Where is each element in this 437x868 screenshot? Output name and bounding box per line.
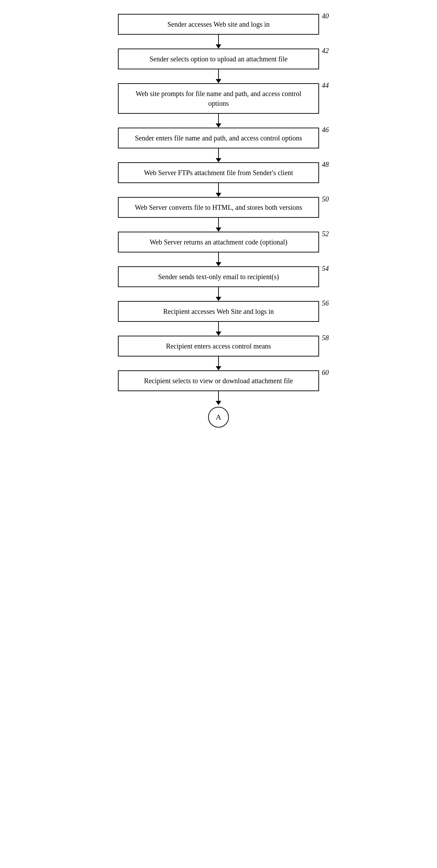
arrow-head-3 — [216, 123, 221, 128]
connector-a: A — [208, 407, 229, 428]
step-text-46: Sender enters file name and path, and ac… — [135, 134, 302, 142]
step-number-56: 56 — [322, 298, 329, 308]
arrow-line-7 — [218, 252, 219, 262]
arrow-line-4 — [218, 148, 219, 158]
step-number-40: 40 — [322, 11, 329, 21]
step-number-60: 60 — [322, 368, 329, 377]
arrow-4 — [216, 148, 221, 162]
step-number-52: 52 — [322, 229, 329, 239]
step-number-50: 50 — [322, 194, 329, 204]
arrow-3 — [216, 114, 221, 128]
step-box-52: Web Server returns an attachment code (o… — [118, 232, 319, 252]
step-box-56: Recipient accesses Web Site and logs in … — [118, 301, 319, 322]
connector-label: A — [216, 413, 221, 422]
step-box-40: Sender accesses Web site and logs in 40 — [118, 14, 319, 35]
flowchart: Sender accesses Web site and logs in 40 … — [97, 7, 340, 435]
step-box-48: Web Server FTPs attachment file from Sen… — [118, 162, 319, 183]
arrow-head-6 — [216, 227, 221, 232]
step-text-48: Web Server FTPs attachment file from Sen… — [144, 169, 293, 177]
arrow-head-5 — [216, 193, 221, 197]
step-text-44: Web site prompts for file name and path,… — [136, 90, 301, 107]
step-text-58: Recipient enters access control means — [166, 342, 271, 350]
step-box-42: Sender selects option to upload an attac… — [118, 49, 319, 69]
arrow-2 — [216, 69, 221, 83]
step-wrapper-48: Web Server FTPs attachment file from Sen… — [97, 162, 340, 183]
step-wrapper-54: Sender sends text-only email to recipien… — [97, 266, 340, 287]
step-number-42: 42 — [322, 46, 329, 55]
arrow-line-6 — [218, 218, 219, 227]
step-number-48: 48 — [322, 160, 329, 169]
step-wrapper-42: Sender selects option to upload an attac… — [97, 49, 340, 69]
step-box-60: Recipient selects to view or download at… — [118, 370, 319, 391]
step-number-46: 46 — [322, 125, 329, 135]
step-wrapper-50: Web Server converts file to HTML, and st… — [97, 197, 340, 218]
arrow-9 — [216, 322, 221, 336]
arrow-8 — [216, 287, 221, 301]
arrow-11 — [216, 391, 221, 405]
step-box-54: Sender sends text-only email to recipien… — [118, 266, 319, 287]
arrow-head-7 — [216, 262, 221, 266]
arrow-line-1 — [218, 35, 219, 44]
arrow-line-2 — [218, 69, 219, 79]
arrow-head-4 — [216, 158, 221, 162]
step-text-56: Recipient accesses Web Site and logs in — [163, 308, 274, 315]
arrow-10 — [216, 356, 221, 370]
step-number-58: 58 — [322, 333, 329, 343]
step-wrapper-44: Web site prompts for file name and path,… — [97, 83, 340, 114]
arrow-line-8 — [218, 287, 219, 297]
step-box-58: Recipient enters access control means 58 — [118, 336, 319, 356]
step-wrapper-46: Sender enters file name and path, and ac… — [97, 128, 340, 148]
arrow-line-11 — [218, 391, 219, 401]
arrow-head-10 — [216, 366, 221, 370]
step-wrapper-60: Recipient selects to view or download at… — [97, 370, 340, 391]
step-box-44: Web site prompts for file name and path,… — [118, 83, 319, 114]
step-wrapper-58: Recipient enters access control means 58 — [97, 336, 340, 356]
step-wrapper-52: Web Server returns an attachment code (o… — [97, 232, 340, 252]
step-text-54: Sender sends text-only email to recipien… — [158, 273, 279, 281]
arrow-head-8 — [216, 297, 221, 301]
step-wrapper-56: Recipient accesses Web Site and logs in … — [97, 301, 340, 322]
step-text-40: Sender accesses Web site and logs in — [168, 20, 270, 28]
step-text-52: Web Server returns an attachment code (o… — [149, 238, 287, 246]
step-number-44: 44 — [322, 80, 329, 90]
arrow-head-11 — [216, 401, 221, 405]
step-text-50: Web Server converts file to HTML, and st… — [135, 204, 302, 211]
arrow-5 — [216, 183, 221, 197]
arrow-line-9 — [218, 322, 219, 332]
arrow-line-3 — [218, 114, 219, 123]
arrow-7 — [216, 252, 221, 266]
arrow-head-9 — [216, 332, 221, 336]
step-box-50: Web Server converts file to HTML, and st… — [118, 197, 319, 218]
arrow-line-5 — [218, 183, 219, 193]
arrow-head-1 — [216, 44, 221, 49]
step-text-42: Sender selects option to upload an attac… — [149, 55, 288, 63]
arrow-line-10 — [218, 356, 219, 366]
step-number-54: 54 — [322, 264, 329, 273]
arrow-1 — [216, 35, 221, 49]
step-box-46: Sender enters file name and path, and ac… — [118, 128, 319, 148]
arrow-head-2 — [216, 79, 221, 83]
arrow-6 — [216, 218, 221, 232]
step-wrapper-40: Sender accesses Web site and logs in 40 — [97, 14, 340, 35]
step-text-60: Recipient selects to view or download at… — [144, 377, 293, 385]
